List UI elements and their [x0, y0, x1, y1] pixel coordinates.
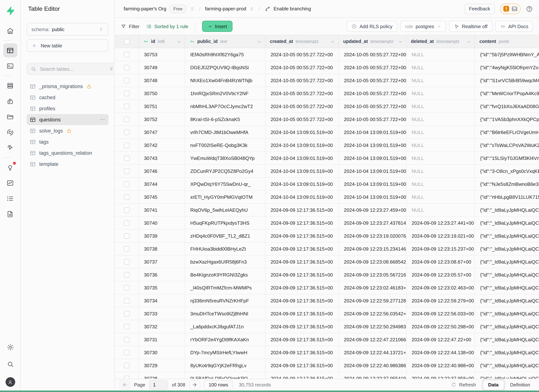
cell-id[interactable]: 30732: [139, 320, 185, 333]
new-table-button[interactable]: New table: [27, 39, 108, 52]
cell-created_at[interactable]: 2024-09-09 12:17:36.515+00: [265, 281, 339, 294]
cell-created_at[interactable]: 2024-09-09 12:17:36.515+00: [265, 346, 339, 359]
rail-item-reports[interactable]: [3, 176, 17, 190]
cell-content[interactable]: {"id":"_Id9aLyJpMHQLaiQC: [475, 346, 539, 359]
user-avatar[interactable]: [5, 377, 15, 387]
rail-item-advisors[interactable]: [3, 160, 17, 174]
column-header-id[interactable]: idint8: [139, 35, 185, 48]
cell-public_id[interactable]: _l40sQIRTmMZfcm-MWMPs: [185, 281, 265, 294]
cell-created_at[interactable]: 2024-10-04 13:09:01.519+00: [265, 152, 339, 164]
row-checkbox[interactable]: [124, 52, 129, 57]
cell-public_id[interactable]: FHHUioa3bidd00BHyLeZt: [185, 243, 265, 255]
column-header-deleted_at[interactable]: deleted_attimestamptz: [406, 35, 475, 48]
cell-public_id[interactable]: rYbORF2e4YgDt9fKAXaKn: [185, 333, 265, 346]
cell-content[interactable]: {"id":"1VASb3phnXXkQPCpv: [475, 113, 539, 125]
cell-public_id[interactable]: 8yUKotr9qGYjK2eFRhgLv: [185, 359, 265, 372]
cell-content[interactable]: {"id":"_Id9aLyJpMHQLaiQC: [475, 229, 539, 242]
cell-created_at[interactable]: 2024-10-04 13:09:01.519+00: [265, 165, 339, 177]
cell-updated_at[interactable]: 2024-09-09 12:22:44.13721+00: [339, 346, 406, 359]
column-header-public_id[interactable]: public_idtext: [185, 35, 265, 48]
row-checkbox[interactable]: [124, 142, 129, 148]
cell-public_id[interactable]: ZDCunRYJP2CQ5Z8Po2Gy4: [185, 165, 265, 177]
cell-public_id[interactable]: nxFT002ISeRE-Qobg3K3k: [185, 139, 265, 151]
row-checkbox[interactable]: [124, 324, 129, 329]
row-checkbox[interactable]: [124, 91, 129, 96]
cell-content[interactable]: {"id":"4wyNgK55lOfrpmYZo: [475, 61, 539, 74]
cell-content[interactable]: {"id":"_Id9aLyJpMHQLaiQC: [475, 216, 539, 229]
cell-created_at[interactable]: 2024-09-09 12:17:36.515+00: [265, 229, 339, 242]
add-rls-policy-button[interactable]: Add RLS policy: [346, 21, 397, 32]
sidebar-item-cached[interactable]: cached: [27, 92, 108, 103]
cell-updated_at[interactable]: 2024-09-09 12:22:56.03542+00: [339, 307, 406, 320]
cell-updated_at[interactable]: 2024-09-09 12:23:08.668542+00: [339, 255, 406, 268]
column-header-updated_at[interactable]: updated_attimestamptz: [339, 35, 406, 48]
role-select[interactable]: role postgres: [400, 21, 446, 32]
insert-button[interactable]: Insert: [202, 21, 232, 32]
column-menu-icon[interactable]: [467, 39, 471, 44]
cell-content[interactable]: {"id":"5b7j5Pz9WHBNmY_A: [475, 48, 539, 61]
cell-id[interactable]: 30731: [139, 333, 185, 346]
row-checkbox[interactable]: [124, 376, 129, 379]
column-menu-icon[interactable]: [398, 39, 403, 44]
row-checkbox[interactable]: [124, 65, 129, 70]
cell-created_at[interactable]: 2024-09-09 12:17:36.515+00: [265, 320, 339, 333]
row-checkbox[interactable]: [124, 207, 129, 213]
cell-deleted_at[interactable]: 2024-09-09 12:22:37.958+00: [406, 372, 475, 379]
cell-content[interactable]: {"id":"rtHbLpgB8V11LUK7152: [475, 191, 539, 203]
cell-updated_at[interactable]: 2024-10-05 00:55:27.722+00: [339, 61, 406, 74]
row-checkbox[interactable]: [124, 363, 129, 368]
rail-item-realtime[interactable]: [3, 141, 17, 155]
row-checkbox[interactable]: [124, 194, 129, 200]
cell-id[interactable]: 30737: [139, 255, 185, 268]
project-name[interactable]: farming-paper-prod: [205, 6, 246, 11]
cell-content[interactable]: {"id":"_Id9aLyJpMHQLaiQC: [475, 307, 539, 320]
cell-public_id[interactable]: NhXEo1Xw04FnB4RzWTNjb: [185, 74, 265, 87]
cell-deleted_at[interactable]: 2024-09-09 12:23:15.237+00: [406, 243, 475, 255]
cell-deleted_at[interactable]: 2024-09-09 12:22:59.279+00: [406, 294, 475, 307]
cell-updated_at[interactable]: 2024-09-09 12:23:27.459+00: [339, 204, 406, 216]
cell-public_id[interactable]: 0L5BAfDaLDl5rQOiqeKPO: [185, 372, 265, 379]
column-menu-icon[interactable]: [330, 39, 335, 44]
cell-updated_at[interactable]: 2024-10-04 13:09:01.519+00: [339, 165, 406, 177]
cell-id[interactable]: 30739: [139, 229, 185, 242]
cell-updated_at[interactable]: 2024-09-09 12:22:59.277128+00: [339, 294, 406, 307]
cell-content[interactable]: {"id":"_Id9aLyJpMHQLaiQC: [475, 320, 539, 333]
cell-content[interactable]: {"id":"S1vrVC5BrB59wqcM4: [475, 74, 539, 87]
cell-created_at[interactable]: 2024-10-05 00:55:27.722+00: [265, 100, 339, 113]
cell-created_at[interactable]: 2024-09-09 12:17:36.515+00: [265, 359, 339, 372]
cell-updated_at[interactable]: 2024-09-09 12:22:37.955419+00: [339, 372, 406, 379]
sidebar-item-tags_questions_relation[interactable]: tags_questions_relation: [27, 147, 108, 158]
cell-updated_at[interactable]: 2024-10-05 00:55:27.722+00: [339, 100, 406, 113]
rail-item-api-docs[interactable]: [3, 207, 17, 221]
row-checkbox[interactable]: [124, 285, 129, 290]
cell-deleted_at[interactable]: 2024-09-09 12:22:40.988+00: [406, 359, 475, 372]
row-checkbox[interactable]: [124, 246, 129, 252]
cell-created_at[interactable]: 2024-10-04 13:09:01.519+00: [265, 178, 339, 190]
cell-created_at[interactable]: 2024-10-04 13:09:01.519+00: [265, 139, 339, 151]
cell-updated_at[interactable]: 2024-09-09 12:22:50.294983+00: [339, 320, 406, 333]
rail-item-database[interactable]: [3, 78, 17, 93]
row-checkbox[interactable]: [124, 233, 129, 239]
page-number-input[interactable]: [149, 380, 168, 390]
cell-public_id[interactable]: bzwXazHgax6UIR58j6Fn3: [185, 255, 265, 268]
column-menu-icon[interactable]: [257, 39, 262, 44]
row-checkbox[interactable]: [124, 77, 129, 83]
sidebar-item-questions[interactable]: questions: [27, 114, 108, 125]
supabase-logo[interactable]: [3, 4, 17, 18]
cell-deleted_at[interactable]: NULL: [406, 100, 475, 113]
cell-content[interactable]: {"id":"_Id9aLyJpMHQLaiQC: [475, 268, 539, 281]
cell-created_at[interactable]: 2024-09-09 12:17:36.515+00: [265, 294, 339, 307]
cell-id[interactable]: 30748: [139, 74, 185, 87]
cell-content[interactable]: {"id":"_Id9aLyJpMHQLaiQC: [475, 204, 539, 216]
row-checkbox[interactable]: [124, 103, 129, 109]
cell-deleted_at[interactable]: 2024-09-09 12:23:27.441+00: [406, 216, 475, 229]
cell-public_id[interactable]: nbMhHL3AP7OcCJymc2wT2: [185, 100, 265, 113]
cell-updated_at[interactable]: 2024-10-04 13:09:01.519+00: [339, 152, 406, 164]
rows-per-page-button[interactable]: 100 rows: [204, 380, 233, 390]
cell-content[interactable]: {"id":"MeWCriorTPopA4Kc9: [475, 87, 539, 100]
cell-deleted_at[interactable]: 2024-09-09 12:22:44.138+00: [406, 346, 475, 359]
cell-id[interactable]: 30740: [139, 216, 185, 229]
cell-id[interactable]: 30729: [139, 359, 185, 372]
api-docs-button[interactable]: API Docs: [495, 21, 533, 32]
cell-updated_at[interactable]: 2024-10-04 13:09:01.519+00: [339, 191, 406, 203]
